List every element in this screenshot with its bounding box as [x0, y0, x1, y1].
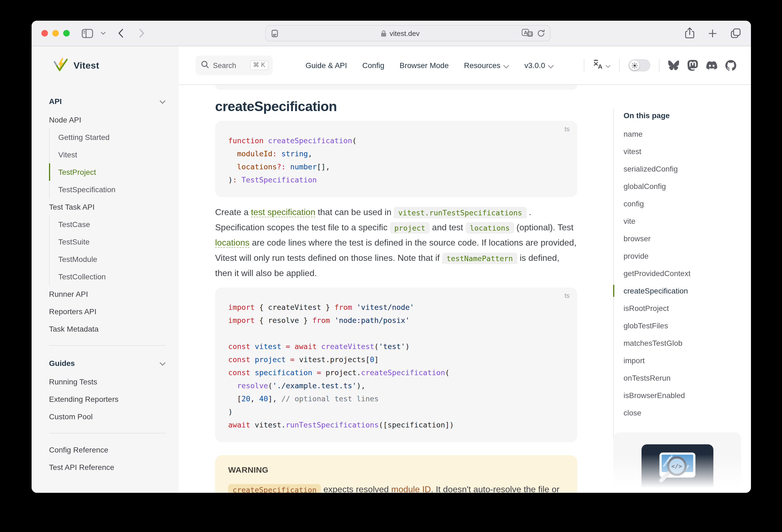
chevron-down-icon	[606, 61, 610, 70]
code[interactable]: import { createVitest } from 'vitest/nod…	[228, 300, 564, 431]
page-title: createSpecification	[215, 99, 577, 114]
theme-toggle[interactable]	[629, 59, 650, 71]
sidebar-item-testcollection[interactable]: TestCollection	[49, 268, 166, 285]
inline-code-locations: locations	[466, 222, 514, 233]
aside-item-import[interactable]: import	[624, 352, 741, 369]
aside-item-globtestfiles[interactable]: globTestFiles	[624, 317, 741, 334]
reload-icon[interactable]	[537, 29, 545, 38]
sidebar-item-test-task-api[interactable]: Test Task API	[49, 198, 166, 216]
sidebar-item-testproject[interactable]: TestProject	[49, 163, 166, 181]
aside-item-config[interactable]: config	[624, 195, 741, 212]
doc-code-link-testnamepattern[interactable]: testNamePattern	[442, 253, 517, 263]
language-menu[interactable]: A	[593, 59, 610, 71]
warning-title: WARNING	[228, 465, 564, 474]
doc-content: createSpecification ts function createSp…	[215, 85, 577, 493]
aside-list: namevitestserializedConfigglobalConfigco…	[624, 125, 741, 422]
aside-item-provide[interactable]: provide	[624, 247, 741, 264]
sidebar-toggle-icon[interactable]	[82, 29, 93, 38]
doc-code-link-vitest-runtestspecifications[interactable]: vitest.runTestSpecifications	[394, 208, 526, 217]
minimize-button[interactable]	[52, 30, 59, 36]
divider	[619, 59, 620, 72]
sidebar-item-node-api[interactable]: Node API	[49, 111, 166, 129]
reader-icon[interactable]	[271, 29, 279, 37]
divider	[659, 59, 660, 72]
sidebar-item-test-api-reference[interactable]: Test API Reference	[49, 459, 166, 476]
back-button[interactable]	[118, 28, 123, 38]
doc-link-module-id[interactable]: module ID	[391, 485, 431, 493]
address-bar[interactable]: vitest.dev A	[265, 25, 550, 41]
aside-title: On this page	[624, 111, 741, 120]
sidebar-item-testmodule[interactable]: TestModule	[49, 250, 166, 268]
nav-v3-0-0[interactable]: v3.0.0	[525, 61, 554, 70]
sidebar-item-extending-reporters[interactable]: Extending Reporters	[49, 390, 166, 408]
sidebar-item-reporters-api[interactable]: Reporters API	[49, 303, 166, 320]
mastodon-icon[interactable]	[687, 60, 698, 71]
inline-code-project: project	[390, 222, 430, 233]
inline-code-createspecification: createSpecification	[228, 484, 321, 493]
sidebar-item-getting-started[interactable]: Getting Started	[49, 129, 166, 146]
sidebar-item-custom-pool[interactable]: Custom Pool	[49, 408, 166, 425]
sidebar-item-task-metadata[interactable]: Task Metadata	[49, 320, 166, 338]
forward-button[interactable]	[139, 28, 145, 38]
sidebar-item-runner-api[interactable]: Runner API	[49, 285, 166, 303]
aside-item-matchestestglob[interactable]: matchesTestGlob	[624, 334, 741, 352]
aside-item-isbrowserenabled[interactable]: isBrowserEnabled	[624, 387, 741, 404]
aside-item-createspecification[interactable]: createSpecification	[624, 282, 741, 299]
share-icon[interactable]	[684, 27, 695, 39]
nav-guide-api[interactable]: Guide & API	[306, 61, 347, 70]
aside-item-serializedconfig[interactable]: serializedConfig	[624, 160, 741, 178]
sidebar-section-api[interactable]: API	[49, 92, 166, 111]
bluesky-icon[interactable]	[668, 60, 679, 71]
browser-window: vitest.dev A	[32, 21, 751, 493]
aside-item-ontestsrerun[interactable]: onTestsRerun	[624, 369, 741, 387]
aside-item-getprovidedcontext[interactable]: getProvidedContext	[624, 264, 741, 282]
doc-link-locations[interactable]: locations	[215, 238, 249, 248]
screen: vitest.dev A	[0, 0, 782, 532]
aside-item-vite[interactable]: vite	[624, 212, 741, 230]
sidebar-divider	[49, 433, 166, 433]
doc-paragraph: Create a test specification that can be …	[215, 205, 577, 281]
aside-item-vitest[interactable]: vitest	[624, 143, 741, 160]
discord-icon[interactable]	[706, 60, 717, 71]
sidebar-item-testspecification[interactable]: TestSpecification	[49, 181, 166, 198]
aside-item-name[interactable]: name	[624, 125, 741, 143]
inline-code-vitest-runtestspecifications: vitest.runTestSpecifications	[394, 207, 526, 218]
search-input[interactable]: Search ⌘ K	[196, 56, 273, 75]
doc-link-test-specification[interactable]: test specification	[251, 208, 316, 217]
previous-code-block-tail	[215, 85, 577, 90]
nav-config[interactable]: Config	[362, 61, 385, 70]
ad-card[interactable]: </>	[613, 432, 741, 493]
sidebar-nav: APINode APIGetting StartedVitestTestProj…	[32, 85, 179, 493]
signature-code-block: ts function createSpecification( moduleI…	[215, 121, 577, 197]
sidebar-section-guides[interactable]: Guides	[49, 353, 166, 373]
tab-overview-icon[interactable]	[730, 28, 741, 39]
logo[interactable]: Vitest	[32, 46, 179, 85]
zoom-button[interactable]	[63, 30, 70, 36]
header-nav: Guide & APIConfigBrowser ModeResourcesv3…	[306, 61, 554, 70]
svg-text:A: A	[598, 63, 602, 69]
aside-item-close[interactable]: close	[624, 404, 741, 422]
nav-browser-mode[interactable]: Browser Mode	[400, 61, 449, 70]
aside-item-browser[interactable]: browser	[624, 230, 741, 247]
close-button[interactable]	[41, 30, 48, 36]
sidebar-item-vitest[interactable]: Vitest	[49, 146, 166, 163]
on-this-page: On this page namevitestserializedConfigg…	[613, 85, 751, 493]
sidebar-item-running-tests[interactable]: Running Tests	[49, 373, 166, 390]
aside-item-globalconfig[interactable]: globalConfig	[624, 178, 741, 195]
github-icon[interactable]	[725, 60, 736, 71]
sidebar-item-config-reference[interactable]: Config Reference	[49, 441, 166, 459]
sidebar-chevron-icon[interactable]	[101, 32, 106, 35]
new-tab-icon[interactable]	[708, 29, 717, 38]
warning-body: createSpecification expects resolved mod…	[228, 482, 564, 493]
sidebar-item-testcase[interactable]: TestCase	[49, 216, 166, 233]
translate-icon[interactable]: A	[522, 29, 533, 38]
divider	[584, 59, 584, 72]
translate-icon: A	[593, 59, 603, 71]
nav-resources[interactable]: Resources	[464, 61, 509, 70]
sidebar-item-testsuite[interactable]: TestSuite	[49, 233, 166, 250]
sidebar: Vitest APINode APIGetting StartedVitestT…	[32, 46, 179, 493]
sidebar-divider	[49, 345, 166, 346]
code[interactable]: function createSpecification( moduleId: …	[228, 134, 564, 186]
lock-icon	[380, 30, 386, 37]
aside-item-isrootproject[interactable]: isRootProject	[624, 299, 741, 317]
